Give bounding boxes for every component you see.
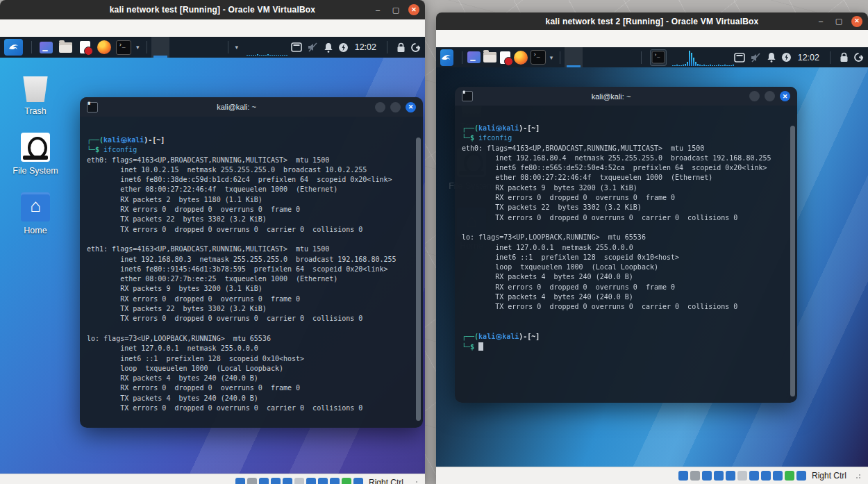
notification-bell-icon[interactable]	[324, 42, 333, 53]
terminal-output[interactable]: ┌──(kali㉿kali)-[~]└─$ ifconfigeth0: flag…	[87, 135, 415, 425]
appearance-launcher[interactable]	[37, 40, 54, 55]
close-button[interactable]: ✕	[408, 4, 419, 15]
file-manager-launcher[interactable]	[483, 50, 496, 65]
mouse-status-icon[interactable]	[342, 478, 351, 484]
vm1-desktop-icons: Trash File System Home	[6, 73, 65, 235]
audio-status-icon[interactable]	[259, 478, 269, 484]
maximize-button[interactable]: ▢	[833, 16, 844, 27]
firefox-launcher[interactable]	[514, 50, 528, 65]
terminal-maximize-button[interactable]	[765, 91, 775, 101]
terminal-scrollbar[interactable]	[416, 137, 421, 421]
workspace-button[interactable]	[151, 37, 169, 58]
minimize-button[interactable]: –	[815, 16, 826, 27]
terminal-titlebar[interactable]: kali@kali: ~ ✕	[80, 97, 423, 117]
window-icon	[467, 51, 481, 63]
terminal-scrollbar[interactable]	[790, 126, 795, 397]
workspace-button[interactable]	[601, 47, 619, 67]
workspace-button[interactable]	[619, 47, 637, 67]
vm2-desktop[interactable]: Trash File System Home kali@kali: ~	[436, 67, 868, 467]
text-editor-launcher[interactable]	[499, 50, 511, 65]
optical-status-icon[interactable]	[690, 471, 700, 481]
terminal-close-button[interactable]: ✕	[780, 91, 790, 101]
logout-icon[interactable]	[853, 52, 864, 62]
terminal-minimize-button[interactable]	[375, 102, 385, 112]
desktop-icon-label: Trash	[24, 106, 47, 116]
maximize-button[interactable]: ▢	[390, 4, 401, 15]
terminal-launcher[interactable]	[531, 50, 546, 65]
terminal-maximize-button[interactable]	[390, 102, 401, 112]
vm1-terminal-window[interactable]: kali@kali: ~ ✕ ┌──(kali㉿kali)-[~]└─$ ifc…	[80, 97, 423, 428]
vm1-desktop[interactable]: Trash File System Home kali@kali: ~	[0, 58, 425, 474]
panel-chevron-down-icon[interactable]: ▾	[235, 44, 239, 51]
text-editor-launcher[interactable]	[76, 40, 93, 55]
vm-window-2[interactable]: kali network test 2 [Running] - Oracle V…	[436, 12, 868, 484]
workspace-button[interactable]	[187, 37, 206, 58]
audio-muted-icon[interactable]	[750, 53, 762, 62]
terminal-launcher[interactable]	[115, 40, 132, 55]
document-icon	[80, 41, 90, 53]
vm2-titlebar[interactable]: kali network test 2 [Running] - Oracle V…	[436, 12, 868, 30]
vm2-systray: 12:02	[734, 51, 864, 64]
firefox-launcher[interactable]	[96, 40, 112, 55]
terminal-titlebar[interactable]: kali@kali: ~ ✕	[455, 87, 797, 106]
resize-grip[interactable]	[412, 479, 419, 484]
terminal-minimize-button[interactable]	[749, 91, 760, 101]
shared-folders-status-icon[interactable]	[294, 478, 304, 484]
panel-clock[interactable]: 12:02	[355, 42, 376, 52]
audio-status-icon[interactable]	[702, 471, 712, 481]
kali-menu-button[interactable]	[4, 39, 23, 56]
lock-icon[interactable]	[840, 52, 849, 62]
keyboard-status-icon[interactable]	[353, 478, 363, 484]
mouse-status-icon[interactable]	[785, 471, 794, 481]
appearance-launcher[interactable]	[467, 50, 481, 65]
display-tray-icon[interactable]	[291, 42, 302, 52]
chevron-down-icon[interactable]: ▾	[550, 54, 553, 61]
display-status-icon[interactable]	[306, 478, 316, 484]
audio-muted-icon[interactable]	[307, 42, 319, 52]
usb-status-icon[interactable]	[726, 471, 735, 481]
taskbar-terminal-button[interactable]	[650, 49, 667, 66]
usb-status-icon[interactable]	[283, 478, 292, 484]
file-manager-launcher[interactable]	[57, 40, 74, 55]
firefox-icon	[97, 40, 111, 54]
terminal-close-button[interactable]: ✕	[406, 102, 416, 112]
notification-bell-icon[interactable]	[767, 52, 776, 62]
vm2-terminal-window[interactable]: kali@kali: ~ ✕ ┌──(kali㉿kali)-[~]└─$ ifc…	[455, 87, 797, 403]
features-status-icon[interactable]	[773, 471, 783, 481]
desktop-icon[interactable]: Home	[6, 192, 65, 235]
shared-folders-status-icon[interactable]	[737, 471, 747, 481]
display-tray-icon[interactable]	[734, 53, 745, 62]
logout-icon[interactable]	[410, 42, 421, 53]
desktop-icon[interactable]: Trash	[6, 73, 65, 116]
network-status-icon[interactable]	[714, 471, 724, 481]
network-status-icon[interactable]	[271, 478, 281, 484]
keyboard-status-icon[interactable]	[796, 471, 806, 481]
hdd-status-icon[interactable]	[235, 478, 245, 484]
terminal-output[interactable]: ┌──(kali㉿kali)-[~]└─$ ifconfigeth0: flag…	[462, 124, 789, 400]
power-manager-icon[interactable]	[781, 52, 792, 62]
recording-status-icon[interactable]	[761, 471, 771, 481]
power-manager-icon[interactable]	[338, 42, 349, 53]
minimize-button[interactable]: –	[372, 4, 383, 15]
resize-grip[interactable]	[856, 472, 862, 479]
workspace-button[interactable]	[169, 37, 187, 58]
desktop-icon[interactable]: File System	[6, 133, 65, 176]
chevron-down-icon[interactable]: ▾	[136, 44, 140, 51]
workspace-button[interactable]	[583, 47, 601, 67]
divider	[830, 51, 831, 64]
workspace-button[interactable]	[206, 37, 224, 58]
vm1-status-icons	[235, 478, 363, 484]
features-status-icon[interactable]	[330, 478, 340, 484]
vm1-titlebar[interactable]: kali network test [Running] - Oracle VM …	[0, 0, 425, 19]
folder-icon	[59, 42, 72, 53]
recording-status-icon[interactable]	[318, 478, 328, 484]
optical-status-icon[interactable]	[247, 478, 257, 484]
hdd-status-icon[interactable]	[678, 471, 688, 481]
kali-menu-button[interactable]	[440, 49, 453, 66]
panel-clock[interactable]: 12:02	[798, 53, 819, 62]
workspace-button[interactable]	[565, 47, 583, 67]
vm-window-1[interactable]: kali network test [Running] - Oracle VM …	[0, 0, 425, 484]
lock-icon[interactable]	[397, 42, 406, 53]
close-button[interactable]: ✕	[851, 16, 862, 27]
display-status-icon[interactable]	[749, 471, 759, 481]
